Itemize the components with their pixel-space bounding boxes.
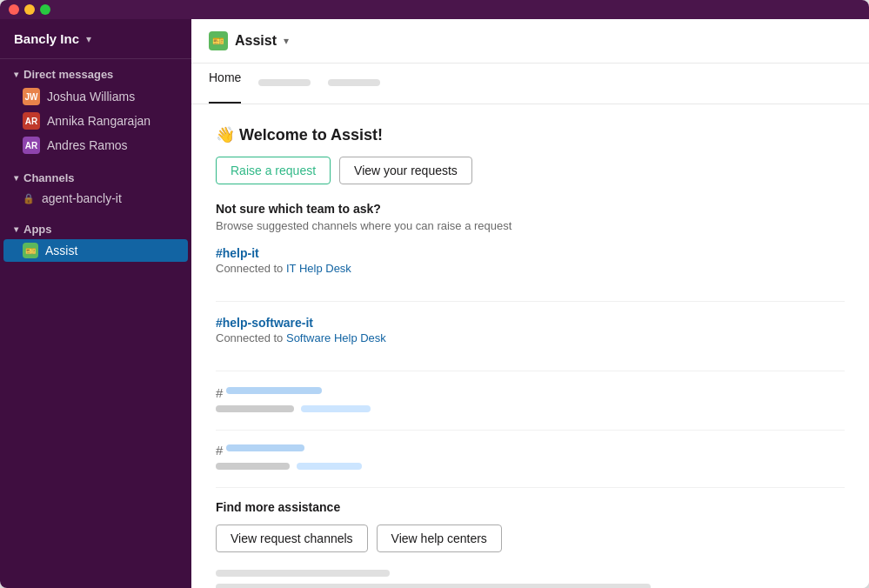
channels-section-label: Channels <box>23 171 75 184</box>
channel-connected-help-it: Connected to IT Help Desk <box>216 262 845 275</box>
welcome-emoji: 👋 <box>216 126 239 144</box>
sidebar-section-apps-header[interactable]: ▾ Apps <box>0 219 191 239</box>
welcome-heading: 👋 Welcome to Assist! <box>216 125 845 144</box>
software-help-desk-link[interactable]: Software Help Desk <box>286 331 386 344</box>
sidebar-section-channels-header[interactable]: ▾ Channels <box>0 168 191 188</box>
sidebar-label-annika-rangarajan: Annika Rangarajan <box>47 114 150 128</box>
welcome-section: 👋 Welcome to Assist! Raise a request Vie… <box>216 125 845 184</box>
placeholder-channel-name-1 <box>226 387 322 394</box>
hashtag-symbol-2: # <box>216 443 223 458</box>
find-assistance-buttons: View request channels View help centers <box>216 525 845 552</box>
suggested-channels-title: Not sure which team to ask? <box>216 202 845 216</box>
hashtag-symbol-1: # <box>216 385 223 400</box>
dm-section-label: Direct messages <box>23 68 113 81</box>
channel-item-help-it: #help-it Connected to IT Help Desk <box>216 246 845 302</box>
tabs-bar: Home <box>191 63 869 104</box>
dm-arrow-icon: ▾ <box>14 70 18 79</box>
content-body: 👋 Welcome to Assist! Raise a request Vie… <box>191 104 869 588</box>
workspace-name: Bancly Inc <box>14 31 79 46</box>
content-title: Assist <box>235 33 277 49</box>
placeholder-connected-label-2 <box>216 463 290 470</box>
placeholder-channel-1: # <box>216 385 845 431</box>
channels-arrow-icon: ▾ <box>14 173 18 183</box>
close-dot[interactable] <box>9 4 19 15</box>
suggested-channels-desc: Browse suggested channels where you can … <box>216 219 845 232</box>
workspace-header[interactable]: Bancly Inc ▾ <box>0 19 191 59</box>
footer-placeholder-1 <box>216 570 390 577</box>
view-request-channels-button[interactable]: View request channels <box>216 525 368 552</box>
placeholder-channel-name-2 <box>226 444 304 451</box>
placeholder-channel-2: # <box>216 443 845 488</box>
content-assist-icon: 🎫 <box>209 31 228 50</box>
placeholder-connected-to-2 <box>297 463 362 470</box>
tab-placeholder-bar-2 <box>258 79 311 86</box>
assist-app-icon: 🎫 <box>23 243 38 258</box>
sidebar-section-apps: ▾ Apps 🎫 Assist <box>0 214 191 267</box>
tab-home[interactable]: Home <box>209 63 241 104</box>
sidebar-section-channels: ▾ Channels 🔒 agent-bancly-it <box>0 163 191 214</box>
tab-placeholder-bar-3 <box>328 79 380 86</box>
view-requests-button[interactable]: View your requests <box>339 157 472 184</box>
channel-item-help-software-it: #help-software-it Connected to Software … <box>216 316 845 371</box>
title-bar <box>0 0 869 19</box>
maximize-dot[interactable] <box>40 4 50 15</box>
avatar-joshua-williams: JW <box>23 88 40 105</box>
footer-placeholder-2 <box>216 584 651 588</box>
sidebar-section-dm-header[interactable]: ▾ Direct messages <box>0 64 191 84</box>
sidebar-item-agent-bancly-it[interactable]: 🔒 agent-bancly-it <box>0 188 191 209</box>
find-assistance-title: Find more assistance <box>216 500 845 514</box>
find-assistance-section: Find more assistance View request channe… <box>216 500 845 552</box>
workspace-chevron-icon: ▾ <box>86 33 91 45</box>
sidebar-item-annika-rangarajan[interactable]: AR Annika Rangarajan <box>0 109 191 133</box>
welcome-button-group: Raise a request View your requests <box>216 157 845 184</box>
placeholder-connected-to-1 <box>301 405 371 412</box>
view-help-centers-button[interactable]: View help centers <box>377 525 502 552</box>
footer-placeholders <box>216 570 845 588</box>
tab-placeholder-3[interactable] <box>328 63 380 104</box>
sidebar: Bancly Inc ▾ ▾ Direct messages JW Joshua… <box>0 19 191 588</box>
placeholder-connected-label-1 <box>216 405 294 412</box>
main-content: 🎫 Assist ▾ Home 👋 <box>191 19 869 588</box>
sidebar-label-assist: Assist <box>45 244 77 257</box>
content-header: 🎫 Assist ▾ <box>191 19 869 63</box>
tab-placeholder-2[interactable] <box>258 63 311 104</box>
apps-section-label: Apps <box>23 223 52 236</box>
avatar-andres-ramos: AR <box>23 137 40 154</box>
content-chevron-icon: ▾ <box>284 35 289 47</box>
sidebar-section-dm: ▾ Direct messages JW Joshua Williams AR … <box>0 59 191 163</box>
raise-request-button[interactable]: Raise a request <box>216 157 331 184</box>
sidebar-item-joshua-williams[interactable]: JW Joshua Williams <box>0 84 191 109</box>
assist-icon-glyph: 🎫 <box>25 246 36 256</box>
content-assist-icon-glyph: 🎫 <box>212 36 224 47</box>
sidebar-label-joshua-williams: Joshua Williams <box>47 90 135 104</box>
sidebar-label-andres-ramos: Andres Ramos <box>47 138 128 152</box>
minimize-dot[interactable] <box>24 4 35 15</box>
welcome-text: Welcome to Assist! <box>239 126 383 144</box>
channel-link-help-it[interactable]: #help-it <box>216 246 845 260</box>
apps-arrow-icon: ▾ <box>14 224 18 234</box>
lock-icon: 🔒 <box>23 193 35 204</box>
it-help-desk-link[interactable]: IT Help Desk <box>286 262 351 275</box>
app-window: Bancly Inc ▾ ▾ Direct messages JW Joshua… <box>0 0 869 588</box>
sidebar-item-assist[interactable]: 🎫 Assist <box>3 239 188 262</box>
avatar-annika-rangarajan: AR <box>23 112 40 130</box>
channel-link-help-software-it[interactable]: #help-software-it <box>216 316 845 330</box>
suggested-channels-section: Not sure which team to ask? Browse sugge… <box>216 202 845 488</box>
channel-connected-help-software-it: Connected to Software Help Desk <box>216 331 845 344</box>
sidebar-label-agent-bancly-it: agent-bancly-it <box>42 191 122 205</box>
sidebar-item-andres-ramos[interactable]: AR Andres Ramos <box>0 133 191 157</box>
